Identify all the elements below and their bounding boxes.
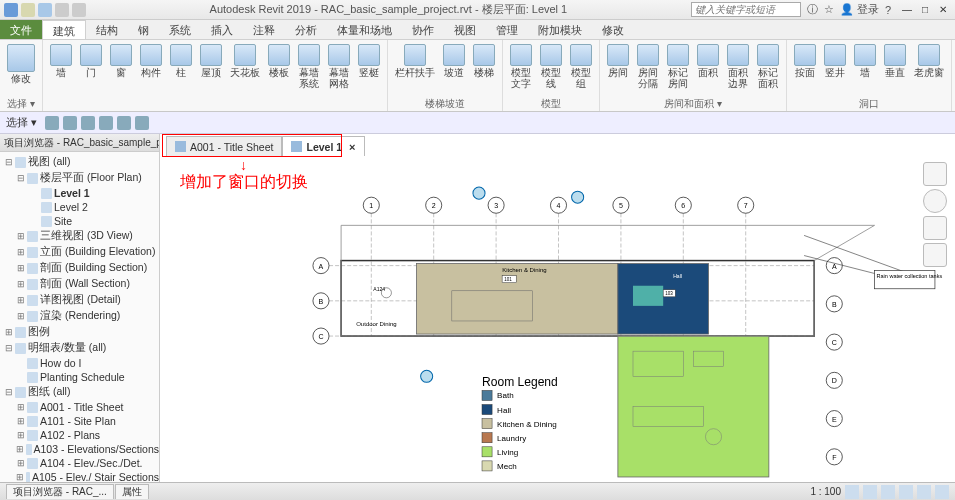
ribbon-tab-3[interactable]: 钢 xyxy=(128,20,159,39)
document-tab[interactable]: A001 - Title Sheet xyxy=(166,136,282,156)
tree-node[interactable]: ⊞A102 - Plans xyxy=(0,428,159,442)
opt-icon[interactable] xyxy=(81,116,95,130)
infocenter-icon[interactable]: ⓘ xyxy=(807,2,818,17)
ribbon-tab-11[interactable]: 管理 xyxy=(486,20,528,39)
tree-twisty-icon[interactable]: ⊟ xyxy=(4,343,13,353)
ribbon-button[interactable]: 窗 xyxy=(107,42,135,80)
tree-node[interactable]: Level 1 xyxy=(0,186,159,200)
tree-node[interactable]: ⊞三维视图 (3D View) xyxy=(0,228,159,244)
qat-undo-icon[interactable] xyxy=(55,3,69,17)
ribbon-tab-9[interactable]: 协作 xyxy=(402,20,444,39)
tree-twisty-icon[interactable]: ⊞ xyxy=(16,458,25,468)
tree-node[interactable]: Site xyxy=(0,214,159,228)
ribbon-button[interactable]: 面积边界 xyxy=(724,42,752,91)
tree-twisty-icon[interactable]: ⊞ xyxy=(16,231,25,241)
tree-twisty-icon[interactable]: ⊞ xyxy=(16,311,25,321)
tree-node[interactable]: Planting Schedule xyxy=(0,370,159,384)
ribbon-button[interactable]: 标记房间 xyxy=(664,42,692,91)
ribbon-button[interactable]: 模型组 xyxy=(567,42,595,91)
tree-node[interactable]: Level 2 xyxy=(0,200,159,214)
tree-twisty-icon[interactable]: ⊟ xyxy=(4,387,13,397)
ribbon-tab-8[interactable]: 体量和场地 xyxy=(327,20,402,39)
qat-save-icon[interactable] xyxy=(38,3,52,17)
ribbon-button[interactable]: 按面 xyxy=(791,42,819,80)
ribbon-button[interactable]: 标记面积 xyxy=(754,42,782,91)
tree-node[interactable]: ⊞A104 - Elev./Sec./Det. xyxy=(0,456,159,470)
view-control-icon[interactable] xyxy=(899,485,913,499)
ribbon-tab-5[interactable]: 插入 xyxy=(201,20,243,39)
view-control-icon[interactable] xyxy=(917,485,931,499)
ribbon-tab-6[interactable]: 注释 xyxy=(243,20,285,39)
ribbon-button[interactable]: 幕墙系统 xyxy=(295,42,323,91)
ribbon-tab-7[interactable]: 分析 xyxy=(285,20,327,39)
ribbon-button[interactable]: 门 xyxy=(77,42,105,80)
view-control-icon[interactable] xyxy=(881,485,895,499)
ribbon-button[interactable]: 房间分隔 xyxy=(634,42,662,91)
ribbon-button[interactable]: 柱 xyxy=(167,42,195,80)
ribbon-tab-4[interactable]: 系统 xyxy=(159,20,201,39)
tree-node[interactable]: ⊟视图 (all) xyxy=(0,154,159,170)
ribbon-button[interactable]: 修改 xyxy=(4,42,38,86)
ribbon-button[interactable]: 老虎窗 xyxy=(911,42,947,80)
ribbon-button[interactable]: 墙 xyxy=(851,42,879,80)
tree-node[interactable]: ⊞详图视图 (Detail) xyxy=(0,292,159,308)
ribbon-tab-0[interactable]: 文件 xyxy=(0,20,42,39)
tree-twisty-icon[interactable]: ⊞ xyxy=(16,402,25,412)
selection-dropdown[interactable]: 选择 ▾ xyxy=(6,115,37,130)
view-control-icon[interactable] xyxy=(863,485,877,499)
view-control-icon[interactable] xyxy=(845,485,859,499)
opt-icon[interactable] xyxy=(135,116,149,130)
tree-node[interactable]: ⊞A105 - Elev./ Stair Sections xyxy=(0,470,159,482)
ribbon-button[interactable]: 模型文字 xyxy=(507,42,535,91)
ribbon-tab-12[interactable]: 附加模块 xyxy=(528,20,592,39)
qat-open-icon[interactable] xyxy=(21,3,35,17)
ribbon-button[interactable]: 墙 xyxy=(47,42,75,80)
ribbon-button[interactable]: 构件 xyxy=(137,42,165,80)
opt-icon[interactable] xyxy=(117,116,131,130)
tree-node[interactable]: ⊟楼层平面 (Floor Plan) xyxy=(0,170,159,186)
tree-node[interactable]: ⊞A103 - Elevations/Sections xyxy=(0,442,159,456)
opt-icon[interactable] xyxy=(45,116,59,130)
tree-node[interactable]: ⊟明细表/数量 (all) xyxy=(0,340,159,356)
ribbon-button[interactable]: 竖梃 xyxy=(355,42,383,80)
ribbon-button[interactable]: 房间 xyxy=(604,42,632,80)
ribbon-button[interactable]: 屋顶 xyxy=(197,42,225,80)
tree-node[interactable]: ⊞立面 (Building Elevation) xyxy=(0,244,159,260)
favorites-icon[interactable]: ☆ xyxy=(824,3,834,16)
tree-twisty-icon[interactable]: ⊞ xyxy=(4,327,13,337)
ribbon-button[interactable]: 坡道 xyxy=(440,42,468,80)
tree-twisty-icon[interactable]: ⊞ xyxy=(16,295,25,305)
view-control-icon[interactable] xyxy=(935,485,949,499)
tree-twisty-icon[interactable]: ⊞ xyxy=(16,279,25,289)
opt-icon[interactable] xyxy=(99,116,113,130)
tree-node[interactable]: ⊞A101 - Site Plan xyxy=(0,414,159,428)
tree-twisty-icon[interactable]: ⊟ xyxy=(4,157,13,167)
help-icon[interactable]: ? xyxy=(885,4,891,16)
close-button[interactable]: ✕ xyxy=(935,3,951,17)
tree-node[interactable]: ⊞A001 - Title Sheet xyxy=(0,400,159,414)
app-icon[interactable] xyxy=(4,3,18,17)
tree-twisty-icon[interactable]: ⊞ xyxy=(16,263,25,273)
ribbon-tab-13[interactable]: 修改 xyxy=(592,20,634,39)
ribbon-button[interactable]: 垂直 xyxy=(881,42,909,80)
tree-node[interactable]: ⊞剖面 (Wall Section) xyxy=(0,276,159,292)
tree-twisty-icon[interactable]: ⊟ xyxy=(16,173,25,183)
qat-redo-icon[interactable] xyxy=(72,3,86,17)
minimize-button[interactable]: — xyxy=(899,3,915,17)
ribbon-button[interactable]: 栏杆扶手 xyxy=(392,42,438,80)
status-tab[interactable]: 项目浏览器 - RAC_... xyxy=(6,484,114,499)
ribbon-button[interactable]: 模型线 xyxy=(537,42,565,91)
tree-twisty-icon[interactable]: ⊞ xyxy=(16,430,25,440)
ribbon-tab-1[interactable]: 建筑 xyxy=(42,20,86,39)
document-tab[interactable]: Level 1× xyxy=(282,136,364,156)
ribbon-tab-2[interactable]: 结构 xyxy=(86,20,128,39)
ribbon-button[interactable]: 楼梯 xyxy=(470,42,498,80)
zoom-value[interactable]: 1 : 100 xyxy=(810,486,841,497)
ribbon-button[interactable]: 面积 xyxy=(694,42,722,80)
tree-twisty-icon[interactable]: ⊞ xyxy=(16,444,24,454)
help-search-input[interactable] xyxy=(691,2,801,17)
ribbon-button[interactable]: 天花板 xyxy=(227,42,263,80)
tree-node[interactable]: ⊞渲染 (Rendering) xyxy=(0,308,159,324)
tree-twisty-icon[interactable]: ⊞ xyxy=(16,472,24,482)
tree-node[interactable]: ⊟图纸 (all) xyxy=(0,384,159,400)
